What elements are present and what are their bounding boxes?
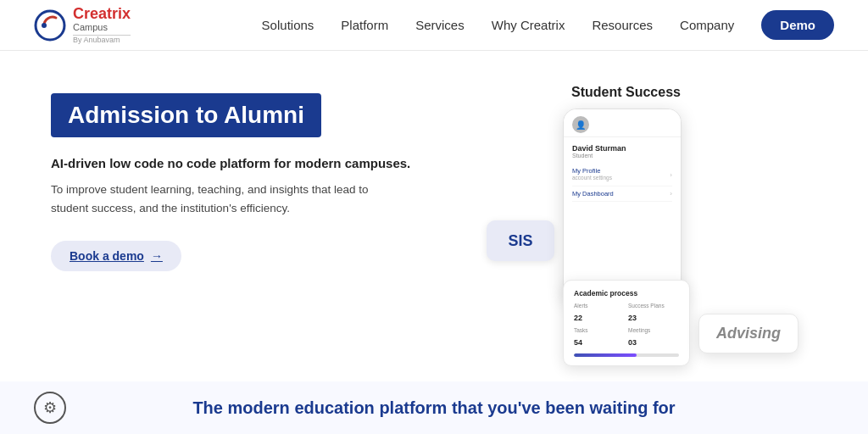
- advising-label: Advising: [716, 325, 781, 342]
- svg-point-1: [42, 23, 47, 28]
- nav-solutions[interactable]: Solutions: [262, 18, 314, 32]
- phone-header: 👤: [564, 109, 681, 137]
- logo: Creatrix Campus By Anubavam: [34, 6, 131, 45]
- header: Creatrix Campus By Anubavam Solutions Pl…: [0, 0, 868, 51]
- student-success-heading: Student Success: [571, 85, 681, 100]
- academic-tasks: Tasks 54: [574, 327, 625, 348]
- academic-process-card: Academic process Alerts 22 Success Plans…: [563, 280, 690, 366]
- sis-card: SIS: [487, 220, 554, 261]
- gear-icon: ⚙: [43, 398, 57, 417]
- hero-subtitle: AI-driven low code no code platform for …: [51, 156, 415, 170]
- user-name: David Sturman: [572, 144, 672, 153]
- menu-profile-label: My Profile: [572, 167, 612, 175]
- hero-visual: Student Success SIS 👤 David Sturman Stud…: [461, 85, 817, 373]
- hero-title: Admission to Alumni: [68, 102, 304, 129]
- alerts-label: Alerts: [574, 303, 625, 309]
- book-demo-button[interactable]: Book a demo →: [51, 241, 181, 271]
- menu-profile-sub: account settings: [572, 175, 612, 181]
- nav-services[interactable]: Services: [415, 18, 465, 32]
- chevron-right-icon: ›: [670, 171, 672, 179]
- demo-button[interactable]: Demo: [761, 10, 834, 40]
- menu-item-dashboard: My Dashboard ›: [572, 186, 672, 202]
- advising-card: Advising: [698, 314, 798, 353]
- academic-progress-bar: [574, 353, 679, 357]
- gear-button[interactable]: ⚙: [34, 392, 66, 424]
- book-demo-label: Book a demo: [70, 249, 144, 263]
- hero-section: Admission to Alumni AI-driven low code n…: [0, 51, 868, 381]
- user-icon: 👤: [576, 120, 586, 130]
- academic-success-plans: Success Plans 23: [628, 303, 679, 324]
- menu-item-profile: My Profile account settings ›: [572, 164, 672, 186]
- hero-description: To improve student learning, teaching, a…: [51, 181, 373, 217]
- nav-why-creatrix[interactable]: Why Creatrix: [492, 18, 565, 32]
- alerts-value: 22: [574, 314, 582, 322]
- brand-sub: Campus: [73, 22, 131, 32]
- logo-icon: [34, 9, 66, 42]
- bottom-section: ⚙ The modern education platform that you…: [0, 381, 868, 434]
- chevron-right-icon-2: ›: [670, 190, 672, 198]
- hero-content: Admission to Alumni AI-driven low code n…: [51, 85, 461, 271]
- nav-resources[interactable]: Resources: [592, 18, 653, 32]
- book-demo-arrow: →: [151, 249, 163, 263]
- svg-point-0: [36, 11, 64, 40]
- bottom-tagline: The modern education platform that you'v…: [66, 398, 802, 418]
- meetings-value: 03: [628, 338, 637, 347]
- nav-company[interactable]: Company: [680, 18, 734, 32]
- academic-grid: Alerts 22 Success Plans 23 Tasks 54 Meet…: [574, 303, 679, 348]
- user-role: Student: [572, 153, 672, 159]
- brand-tagline: By Anubavam: [73, 35, 131, 45]
- success-plans-label: Success Plans: [628, 303, 679, 309]
- nav-platform[interactable]: Platform: [341, 18, 388, 32]
- sis-label: SIS: [508, 232, 532, 250]
- meetings-label: Meetings: [628, 327, 679, 333]
- main-nav: Solutions Platform Services Why Creatrix…: [262, 10, 834, 40]
- academic-alerts: Alerts 22: [574, 303, 625, 324]
- academic-title: Academic process: [574, 289, 679, 298]
- academic-meetings: Meetings 03: [628, 327, 679, 348]
- tasks-value: 54: [574, 338, 582, 347]
- academic-progress-fill: [574, 353, 637, 357]
- brand-name: Creatrix: [73, 6, 131, 23]
- menu-dashboard-label: My Dashboard: [572, 190, 614, 198]
- avatar: 👤: [572, 116, 589, 133]
- logo-text: Creatrix Campus By Anubavam: [73, 6, 131, 45]
- tasks-label: Tasks: [574, 327, 625, 333]
- phone-content: David Sturman Student My Profile account…: [564, 137, 681, 209]
- hero-title-box: Admission to Alumni: [51, 93, 321, 137]
- success-plans-value: 23: [628, 314, 637, 322]
- phone-mockup: 👤 David Sturman Student My Profile accou…: [563, 108, 682, 303]
